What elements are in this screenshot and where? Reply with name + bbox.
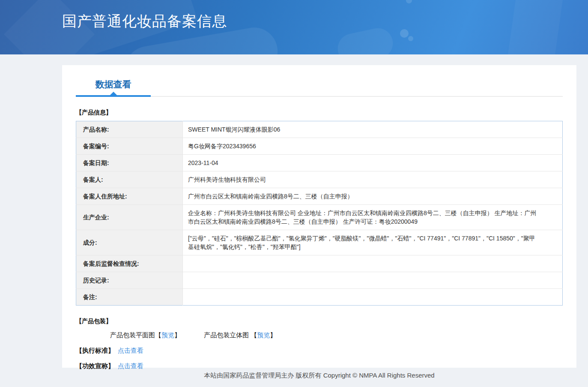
table-row-filing-address: 备案人住所地址: 广州市白云区太和镇南岭南业四横路8号二、三楼（自主申报）	[76, 188, 563, 205]
row-value: 广州科美诗生物科技有限公司	[183, 171, 563, 188]
flat-packaging-preview-link[interactable]: 预览	[161, 331, 174, 339]
standards-view-link[interactable]: 点击查看	[118, 347, 143, 354]
table-row-filing-person: 备案人: 广州科美诗生物科技有限公司	[76, 171, 563, 188]
banner-decor-circle	[400, 29, 409, 38]
table-row-supervision: 备案后监督检查情况:	[76, 255, 563, 272]
row-label: 生产企业:	[76, 205, 183, 230]
bracket-open: 【	[155, 331, 161, 339]
bracket-close: 】	[174, 331, 181, 339]
row-value: 企业名称：广州科美诗生物科技有限公司 企业地址：广州市白云区太和镇南岭南业四横路…	[183, 205, 563, 230]
product-info-section-title: 【产品信息】	[76, 109, 563, 117]
stereo-packaging-item: 产品包装立体图 【预览】	[204, 331, 276, 339]
row-value: 粤G妆网备字2023439656	[183, 138, 563, 155]
table-row-remarks: 备注:	[76, 289, 563, 306]
bracket-open: 【	[251, 331, 257, 339]
efficacy-view-link[interactable]: 点击查看	[118, 362, 143, 369]
tab-active-underline	[76, 95, 151, 97]
standards-label: 【执行标准】	[76, 347, 114, 354]
standards-row: 【执行标准】点击查看	[76, 347, 563, 355]
tab-bar: 数据查看	[76, 65, 563, 97]
product-info-table: 产品名称: SWEET MINT银河闪耀液体眼影06 备案编号: 粤G妆网备字2…	[76, 121, 563, 306]
row-value: 2023-11-04	[183, 155, 563, 171]
table-row-history: 历史记录:	[76, 272, 563, 289]
row-label: 历史记录:	[76, 272, 183, 289]
stereo-packaging-preview-link[interactable]: 预览	[257, 331, 270, 339]
bracket-close: 】	[270, 331, 276, 339]
tab-pointer-triangle-icon	[110, 92, 117, 95]
row-label: 备案后监督检查情况:	[76, 255, 183, 272]
row-value: SWEET MINT银河闪耀液体眼影06	[183, 121, 563, 138]
footer-text: 本站由国家药品监督管理局主办 版权所有 Copyright © NMPA All…	[204, 372, 434, 379]
flat-packaging-label: 产品包装平面图	[110, 331, 155, 339]
packaging-section-title: 【产品包装】	[76, 318, 563, 325]
table-row-product-name: 产品名称: SWEET MINT银河闪耀液体眼影06	[76, 121, 563, 138]
row-label: 备注:	[76, 289, 183, 306]
efficacy-label: 【功效宣称】	[76, 362, 114, 369]
tab-data-view[interactable]: 数据查看	[76, 78, 151, 96]
row-value: ["云母"，"硅石"，"棕榈酸乙基己酯"，"氢化聚异丁烯"，"硬脂酸镁"，"微晶…	[183, 230, 563, 255]
row-value: 广州市白云区太和镇南岭南业四横路8号二、三楼（自主申报）	[183, 188, 563, 205]
table-row-ingredients: 成分: ["云母"，"硅石"，"棕榈酸乙基己酯"，"氢化聚异丁烯"，"硬脂酸镁"…	[76, 230, 563, 255]
row-value	[183, 272, 563, 289]
row-value	[183, 255, 563, 272]
table-row-filing-number: 备案编号: 粤G妆网备字2023439656	[76, 138, 563, 155]
banner-decor-circle	[408, 36, 413, 41]
tab-data-view-label: 数据查看	[96, 79, 131, 89]
row-label: 备案编号:	[76, 138, 183, 155]
table-row-manufacturer: 生产企业: 企业名称：广州科美诗生物科技有限公司 企业地址：广州市白云区太和镇南…	[76, 205, 563, 230]
row-label: 产品名称:	[76, 121, 183, 138]
row-label: 备案日期:	[76, 155, 183, 171]
flat-packaging-item: 产品包装平面图【预览】	[110, 331, 181, 339]
table-row-filing-date: 备案日期: 2023-11-04	[76, 155, 563, 171]
banner-decor-blob	[335, 25, 396, 54]
page-title: 国产普通化妆品备案信息	[0, 0, 588, 29]
content-card: 数据查看 【产品信息】 产品名称: SWEET MINT银河闪耀液体眼影06 备…	[62, 65, 576, 368]
stereo-packaging-label: 产品包装立体图	[204, 331, 249, 339]
row-label: 成分:	[76, 230, 183, 255]
row-label: 备案人住所地址:	[76, 188, 183, 205]
packaging-links-row: 产品包装平面图【预览】 产品包装立体图 【预览】	[110, 331, 563, 339]
row-label: 备案人:	[76, 171, 183, 188]
page-banner: 国产普通化妆品备案信息	[0, 0, 588, 54]
row-value	[183, 289, 563, 306]
